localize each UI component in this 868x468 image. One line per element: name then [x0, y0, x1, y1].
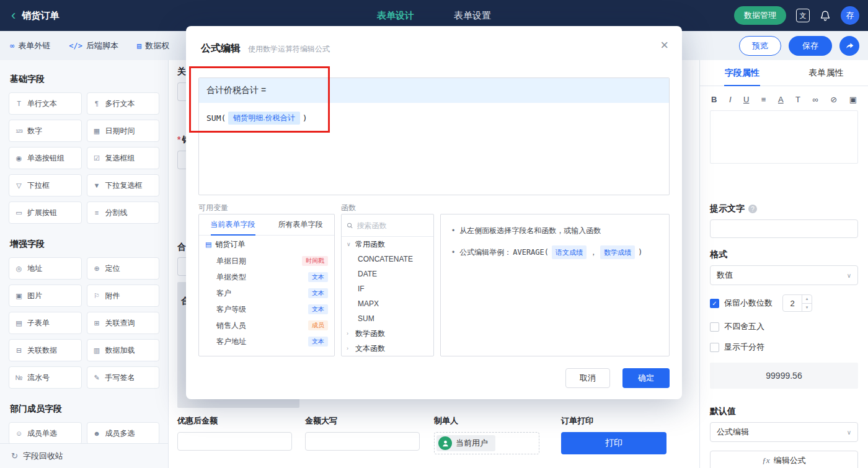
function-item[interactable]: IF — [342, 281, 433, 296]
preview-button[interactable]: 预览 — [739, 36, 781, 56]
field-recycle-bin[interactable]: ↻ 字段回收站 — [0, 443, 168, 468]
field-item-image[interactable]: ▣图片 — [9, 285, 82, 307]
partial-input[interactable] — [177, 82, 187, 101]
tab-field-properties[interactable]: 字段属性 — [700, 60, 784, 86]
tab-current-form-fields[interactable]: 当前表单字段 — [199, 214, 267, 235]
underline-icon[interactable]: U — [743, 95, 749, 104]
creator-member-field[interactable]: 当前用户 — [434, 432, 539, 454]
partial-input[interactable] — [177, 151, 187, 169]
bold-icon[interactable]: B — [711, 95, 717, 104]
thousand-separator-checkbox[interactable] — [710, 343, 719, 352]
close-icon[interactable]: × — [660, 38, 668, 52]
properties-panel: 字段属性 表单属性 B I U ≡ A T ∞ ⊘ ▣ 提示文字 ? 格式 — [699, 60, 868, 468]
format-select[interactable]: 数值 ∨ — [710, 265, 858, 285]
variable-row[interactable]: 客户文本 — [199, 285, 334, 301]
discounted-amount-input[interactable] — [177, 432, 292, 451]
properties-tabs: 字段属性 表单属性 — [700, 60, 868, 86]
field-item-divider[interactable]: ≡分割线 — [87, 201, 160, 224]
default-value-select[interactable]: 公式编辑 ∨ — [710, 422, 858, 442]
default-value-label: 默认值 — [710, 406, 858, 417]
field-item-signature[interactable]: ✎手写签名 — [87, 366, 160, 389]
current-user-chip[interactable]: 当前用户 — [436, 435, 495, 451]
field-item-checkbox-group[interactable]: ☑复选框组 — [87, 147, 160, 169]
field-item-member-multi[interactable]: ☻成员多选 — [87, 422, 160, 444]
field-item-extend-button[interactable]: ▭扩展按钮 — [9, 201, 82, 224]
field-item-dropdown[interactable]: ▽下拉框 — [9, 174, 82, 196]
function-group-math[interactable]: ›数学函数 — [342, 326, 433, 341]
user-avatar-icon — [438, 436, 452, 450]
insert-link-icon[interactable]: ∞ — [813, 95, 818, 104]
function-search-input[interactable] — [357, 221, 429, 230]
language-icon[interactable]: 文 — [796, 9, 810, 22]
function-item[interactable]: CONCATENATE — [342, 252, 433, 267]
field-item-datetime[interactable]: ▦日期时间 — [87, 120, 160, 142]
stepper-up-icon[interactable]: ▴ — [802, 295, 812, 304]
hint-text-input[interactable] — [710, 219, 858, 238]
data-manage-button[interactable]: 数据管理 — [734, 6, 786, 25]
function-group-text[interactable]: ›文本函数 — [342, 341, 433, 356]
tab-all-form-fields[interactable]: 所有表单字段 — [267, 214, 334, 235]
back-button[interactable]: ‹ 销货订单 — [0, 9, 59, 22]
field-item-member-single[interactable]: ☺成员单选 — [9, 422, 82, 444]
thousand-separator-row: 显示千分符 — [710, 342, 858, 353]
field-item-data-load[interactable]: ▥数据加载 — [87, 339, 160, 361]
tab-form-design[interactable]: 表单设计 — [377, 10, 414, 22]
variable-row[interactable]: 销售人员成员 — [199, 317, 334, 333]
field-item-location[interactable]: ⊕定位 — [87, 257, 160, 280]
variables-tree-root[interactable]: ▤ 销货订单 — [199, 236, 334, 253]
field-item-attachment[interactable]: ⚐附件 — [87, 285, 160, 307]
variable-row[interactable]: 单据类型文本 — [199, 269, 334, 285]
formula-expression[interactable]: SUM( 销货明细.价税合计 ) — [199, 103, 669, 133]
stepper-down-icon[interactable]: ▾ — [802, 304, 812, 312]
decimal-places-checkbox[interactable]: ✓ — [710, 299, 719, 308]
label-richtext-editor[interactable] — [710, 110, 858, 164]
backend-script-link[interactable]: </>后端脚本 — [69, 40, 118, 51]
field-item-related-query[interactable]: ⊞关联查询 — [87, 312, 160, 334]
related-data-icon: ⊟ — [14, 347, 24, 355]
data-permission-link[interactable]: ▤数据权 — [137, 40, 169, 51]
app-window: ‹ 销货订单 表单设计 表单设置 数据管理 文 存 ∞表单外链 </>后端脚本 … — [0, 0, 868, 468]
amount-in-words-input[interactable] — [305, 432, 420, 451]
italic-icon[interactable]: I — [729, 95, 732, 104]
formula-field-chip[interactable]: 销货明细.价税合计 — [228, 112, 299, 125]
field-item-single-line-text[interactable]: T单行文本 — [9, 92, 82, 115]
edit-formula-button[interactable]: ƒx 编辑公式 — [710, 451, 858, 468]
notification-bell-icon[interactable] — [820, 10, 831, 21]
save-button[interactable]: 保存 — [789, 36, 832, 56]
field-item-multi-line-text[interactable]: ¶多行文本 — [87, 92, 160, 115]
function-item[interactable]: SUM — [342, 311, 433, 326]
function-item[interactable]: DATE — [342, 267, 433, 281]
avatar[interactable]: 存 — [841, 6, 859, 25]
insert-image-icon[interactable]: ▣ — [849, 95, 857, 104]
help-icon[interactable]: ? — [748, 205, 757, 213]
variable-row[interactable]: 客户地址文本 — [199, 333, 334, 350]
modal-title: 公式编辑 — [201, 42, 241, 55]
cancel-button[interactable]: 取消 — [565, 368, 610, 388]
align-icon[interactable]: ≡ — [761, 95, 766, 104]
tab-form-settings[interactable]: 表单设置 — [454, 10, 491, 22]
font-color-icon[interactable]: A — [778, 95, 784, 104]
field-item-radio-group[interactable]: ◉单选按钮组 — [9, 147, 82, 169]
confirm-button[interactable]: 确定 — [622, 368, 670, 388]
decimal-places-value[interactable]: 2 — [783, 295, 802, 311]
format-label: 格式 — [710, 249, 858, 260]
field-item-serial-number[interactable]: №流水号 — [9, 366, 82, 389]
function-item[interactable]: MAPX — [342, 296, 433, 311]
field-item-subform[interactable]: ▤子表单 — [9, 312, 82, 334]
field-item-dropdown-multi[interactable]: ▼下拉复选框 — [87, 174, 160, 196]
field-item-address[interactable]: ◎地址 — [9, 257, 82, 280]
share-button[interactable] — [839, 36, 859, 56]
formula-editor[interactable]: 合计价税合计 = SUM( 销货明细.价税合计 ) — [198, 77, 670, 195]
remove-link-icon[interactable]: ⊘ — [830, 95, 837, 104]
variable-row[interactable]: 单据日期时间戳 — [199, 253, 334, 269]
variable-row[interactable]: 客户等级文本 — [199, 301, 334, 317]
field-item-number[interactable]: 123数字 — [9, 120, 82, 142]
print-button[interactable]: 打印 — [561, 432, 666, 454]
tab-form-properties[interactable]: 表单属性 — [784, 60, 868, 86]
form-external-link[interactable]: ∞表单外链 — [10, 40, 50, 51]
font-size-icon[interactable]: T — [795, 95, 800, 104]
field-item-related-data[interactable]: ⊟关联数据 — [9, 339, 82, 361]
partial-input[interactable] — [177, 257, 187, 276]
no-rounding-checkbox[interactable] — [710, 322, 719, 332]
function-group-common[interactable]: ∨常用函数 — [342, 237, 433, 252]
